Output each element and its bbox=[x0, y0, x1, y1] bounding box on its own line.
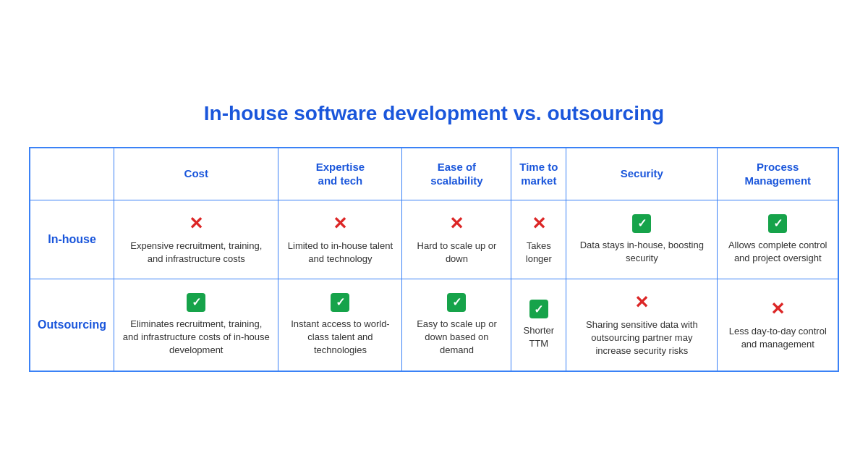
cell-1-1: ✓Instant access to world-class talent an… bbox=[278, 279, 402, 371]
main-container: In-house software development vs. outsou… bbox=[22, 88, 846, 387]
table-body: In-house✕Expensive recruitment, training… bbox=[30, 200, 838, 371]
cell-text: Easy to scale up or down based on demand bbox=[409, 318, 503, 357]
check-icon: ✓ bbox=[632, 214, 651, 233]
check-icon: ✓ bbox=[529, 300, 548, 318]
check-icon: ✓ bbox=[187, 293, 205, 312]
cell-0-2: ✕Hard to scale up or down bbox=[402, 200, 511, 279]
check-icon: ✓ bbox=[447, 293, 466, 312]
cell-1-3: ✓Shorter TTM bbox=[511, 279, 566, 371]
cross-icon: ✕ bbox=[634, 292, 649, 313]
table-row: In-house✕Expensive recruitment, training… bbox=[30, 200, 838, 279]
page-title: In-house software development vs. outsou… bbox=[29, 102, 839, 125]
header-cost: Cost bbox=[114, 148, 278, 200]
table-header-row: Cost Expertiseand tech Ease ofscalabilit… bbox=[30, 148, 838, 200]
cell-0-3: ✕Takes longer bbox=[511, 200, 566, 279]
header-security: Security bbox=[566, 148, 718, 200]
table-row: Outsourcing✓Eliminates recruitment, trai… bbox=[30, 279, 838, 371]
cell-0-4: ✓Data stays in-house, boosting security bbox=[566, 200, 718, 279]
cell-text: Less day-to-day control and management bbox=[725, 325, 830, 351]
check-icon: ✓ bbox=[331, 293, 349, 312]
cell-text: Hard to scale up or down bbox=[409, 240, 503, 266]
header-process: ProcessManagement bbox=[718, 148, 838, 200]
cell-text: Eliminates recruitment, training, and in… bbox=[122, 318, 271, 357]
header-scalability: Ease ofscalability bbox=[402, 148, 511, 200]
cell-0-1: ✕Limited to in-house talent and technolo… bbox=[278, 200, 402, 279]
cell-text: Expensive recruitment, training, and inf… bbox=[122, 240, 271, 266]
cross-icon: ✕ bbox=[333, 213, 347, 234]
cell-1-2: ✓Easy to scale up or down based on deman… bbox=[402, 279, 511, 371]
row-label-1: Outsourcing bbox=[30, 279, 114, 371]
cross-icon: ✕ bbox=[449, 213, 464, 234]
cell-1-5: ✕Less day-to-day control and management bbox=[718, 279, 838, 371]
cross-icon: ✕ bbox=[770, 299, 785, 319]
comparison-table: Cost Expertiseand tech Ease ofscalabilit… bbox=[29, 147, 839, 373]
cell-0-5: ✓Allows complete control and project ove… bbox=[718, 200, 838, 279]
header-expertise: Expertiseand tech bbox=[278, 148, 402, 200]
header-empty bbox=[30, 148, 114, 200]
cell-text: Limited to in-house talent and technolog… bbox=[286, 240, 394, 266]
cell-0-0: ✕Expensive recruitment, training, and in… bbox=[114, 200, 278, 279]
cell-text: Takes longer bbox=[519, 240, 558, 266]
cell-text: Shorter TTM bbox=[519, 324, 558, 350]
cell-1-4: ✕Sharing sensitive data with outsourcing… bbox=[566, 279, 718, 371]
cross-icon: ✕ bbox=[189, 213, 203, 234]
cross-icon: ✕ bbox=[532, 213, 546, 234]
cell-1-0: ✓Eliminates recruitment, training, and i… bbox=[114, 279, 278, 371]
check-icon: ✓ bbox=[768, 214, 787, 233]
row-label-0: In-house bbox=[30, 200, 114, 279]
header-time: Time tomarket bbox=[511, 148, 566, 200]
cell-text: Instant access to world-class talent and… bbox=[286, 318, 394, 357]
cell-text: Sharing sensitive data with outsourcing … bbox=[574, 318, 710, 358]
cell-text: Data stays in-house, boosting security bbox=[574, 239, 710, 265]
cell-text: Allows complete control and project over… bbox=[725, 239, 830, 265]
